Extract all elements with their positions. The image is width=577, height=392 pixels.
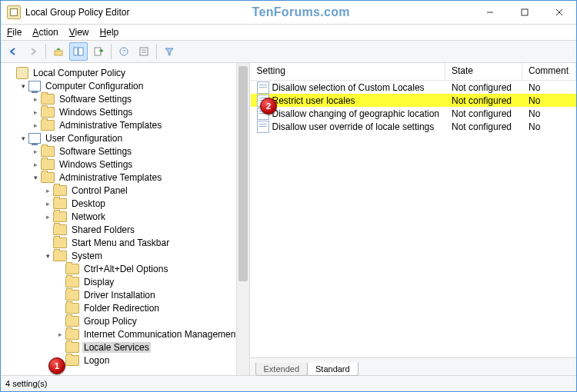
tree-scrollbar[interactable] [236,63,249,375]
computer-icon [28,133,41,144]
watermark: TenForums.com [129,5,472,19]
folder-icon [65,303,79,314]
svg-rect-1 [522,9,528,15]
settings-pane: Setting State Comment Disallow selection… [250,63,576,375]
scrollbar-thumb[interactable] [238,66,248,281]
folder-icon [65,290,79,301]
menu-help[interactable]: Help [100,27,119,38]
setting-icon [257,121,269,133]
tree-uc-software[interactable]: ▸Software Settings [5,145,249,158]
menu-file[interactable]: File [7,27,22,38]
view-tabs: Extended Standard [251,357,576,375]
tree-cc-software[interactable]: ▸Software Settings [5,92,249,105]
setting-row[interactable]: Disallow user override of locale setting… [251,120,576,133]
folder-icon [41,107,55,118]
folder-icon [53,251,67,261]
policy-icon [16,67,28,79]
folder-icon [65,342,79,353]
properties-button[interactable] [135,42,153,61]
folder-icon [65,316,79,327]
folder-icon [53,238,67,248]
tree-uc-windows[interactable]: ▸Windows Settings [5,158,249,171]
export-button[interactable] [89,42,108,61]
tree-control-panel[interactable]: ▸Control Panel [5,184,249,197]
app-icon [7,5,21,19]
tree-shared-folders[interactable]: Shared Folders [5,223,249,236]
tree[interactable]: Local Computer Policy ▾Computer Configur… [1,63,249,375]
tab-extended[interactable]: Extended [255,363,308,376]
help-button[interactable]: ? [115,42,133,61]
tree-network[interactable]: ▸Network [5,210,249,223]
setting-row[interactable]: Disallow selection of Custom Locales Not… [251,81,576,94]
svg-rect-6 [78,48,83,55]
tree-cc-windows[interactable]: ▸Windows Settings [5,105,249,118]
back-button[interactable] [4,42,22,61]
svg-rect-7 [95,48,101,55]
folder-icon [41,146,55,157]
folder-icon [53,211,67,222]
callout-1: 1 [48,357,65,374]
callout-2: 2 [260,98,277,115]
tree-desktop[interactable]: ▸Desktop [5,197,249,210]
tree-computer-config[interactable]: ▾Computer Configuration [5,79,249,92]
minimize-button[interactable] [472,1,507,24]
toolbar: ? [1,41,576,63]
forward-button[interactable] [24,42,42,61]
menubar: File Action View Help [1,25,576,41]
show-hide-tree-button[interactable] [69,42,88,61]
close-button[interactable] [542,1,576,24]
folder-icon [65,264,79,274]
filter-button[interactable] [160,42,178,61]
titlebar: Local Group Policy Editor TenForums.com [1,1,576,25]
tree-cad[interactable]: Ctrl+Alt+Del Options [5,262,249,275]
folder-icon [53,185,67,196]
tree-driver[interactable]: Driver Installation [5,288,249,301]
svg-text:?: ? [122,48,126,55]
folder-icon [41,94,55,105]
tree-pane: Local Computer Policy ▾Computer Configur… [1,63,250,375]
tree-locale-services[interactable]: Locale Services [5,341,249,354]
tree-display[interactable]: Display [5,275,249,288]
folder-icon [53,224,67,235]
computer-icon [28,81,41,91]
gp-editor-window: Local Group Policy Editor TenForums.com … [0,0,577,392]
setting-row[interactable]: Disallow changing of geographic location… [251,107,576,120]
tree-user-config[interactable]: ▾User Configuration [5,131,249,145]
svg-rect-4 [55,51,62,55]
tree-root[interactable]: Local Computer Policy [5,66,249,79]
window-title: Local Group Policy Editor [25,7,129,18]
tree-logon[interactable]: Logon [5,354,249,367]
statusbar: 4 setting(s) [1,375,576,391]
status-text: 4 setting(s) [5,379,47,388]
folder-icon [41,172,55,183]
up-button[interactable] [49,42,68,61]
tree-start-menu[interactable]: Start Menu and Taskbar [5,236,249,249]
maximize-button[interactable] [507,1,542,24]
tree-uc-admin[interactable]: ▾Administrative Templates [5,171,249,184]
col-comment[interactable]: Comment [522,63,576,80]
col-state[interactable]: State [445,63,522,80]
tree-cc-admin[interactable]: ▸Administrative Templates [5,118,249,131]
tree-icm[interactable]: ▸Internet Communication Management [5,327,249,341]
tree-folder-redir[interactable]: Folder Redirection [5,301,249,314]
tree-system[interactable]: ▾System [5,249,249,262]
folder-icon [53,198,67,209]
col-setting[interactable]: Setting [251,63,445,80]
svg-rect-5 [74,48,78,55]
setting-row-highlighted[interactable]: Restrict user locales Not configured No [251,94,576,107]
list-body: Disallow selection of Custom Locales Not… [251,81,576,357]
menu-action[interactable]: Action [32,27,58,38]
svg-rect-10 [140,48,148,55]
folder-icon [65,329,79,340]
folder-icon [65,355,79,366]
tree-group-policy[interactable]: Group Policy [5,314,249,327]
folder-icon [65,277,79,287]
folder-icon [41,120,55,131]
list-header: Setting State Comment [251,63,576,81]
menu-view[interactable]: View [69,27,89,38]
setting-icon [257,81,269,94]
tab-standard[interactable]: Standard [307,363,359,376]
folder-icon [41,159,55,170]
